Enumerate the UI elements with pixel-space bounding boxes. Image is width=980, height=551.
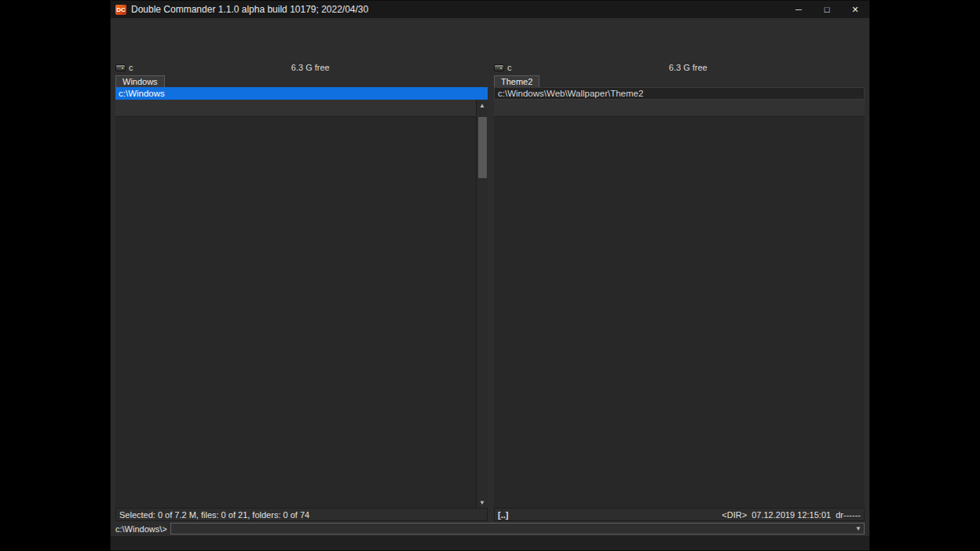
app-icon: DC xyxy=(115,5,126,15)
command-prompt: c:\Windows\> xyxy=(115,524,167,534)
right-column-headers xyxy=(494,100,865,117)
double-commander-window: DC Double Commander 1.1.0 alpha build 10… xyxy=(110,0,870,551)
right-tab-strip: Theme2 xyxy=(494,74,865,87)
file-panels: c 6.3 G free Windows c:\Windows ▲ xyxy=(111,61,869,521)
window-title: Double Commander 1.1.0 alpha build 10179… xyxy=(131,4,784,15)
left-panel-body: ▲ ▼ xyxy=(115,100,488,508)
maximize-button[interactable]: □ xyxy=(813,1,841,18)
left-column-headers xyxy=(115,100,476,117)
command-history-dropdown-icon[interactable]: ▼ xyxy=(853,525,864,532)
scroll-down-icon[interactable]: ▼ xyxy=(477,497,488,508)
right-panel-body xyxy=(494,100,865,508)
right-status-bar: [..] <DIR> 07.12.2019 12:15:01 dr------ xyxy=(494,508,865,521)
thumbnail-area xyxy=(494,117,865,508)
right-free-space: 6.3 G free xyxy=(512,63,865,72)
right-path-bar[interactable]: c:\Windows\Web\Wallpaper\Theme2 xyxy=(494,87,865,100)
left-panel: c 6.3 G free Windows c:\Windows ▲ xyxy=(115,61,488,521)
left-path-bar[interactable]: c:\Windows xyxy=(115,87,488,100)
right-status-info: <DIR> 07.12.2019 12:15:01 dr------ xyxy=(722,510,861,520)
left-panel-header: c 6.3 G free xyxy=(115,61,488,74)
right-panel-header: c 6.3 G free xyxy=(494,61,865,74)
left-tab-strip: Windows xyxy=(115,74,488,87)
command-line-row: c:\Windows\> ▼ xyxy=(111,521,869,536)
close-button[interactable]: ✕ xyxy=(841,1,869,18)
left-status-text: Selected: 0 of 7.2 M, files: 0 of 21, fo… xyxy=(119,510,309,520)
file-list xyxy=(115,117,476,508)
right-status-file: [..] xyxy=(498,510,508,520)
left-status-bar: Selected: 0 of 7.2 M, files: 0 of 21, fo… xyxy=(115,508,488,521)
drive-icon xyxy=(115,64,126,71)
left-list-column xyxy=(115,100,476,508)
title-bar[interactable]: DC Double Commander 1.1.0 alpha build 10… xyxy=(111,1,869,18)
function-key-bar xyxy=(111,536,869,550)
window-controls: ─ □ ✕ xyxy=(784,1,869,18)
left-free-space: 6.3 G free xyxy=(133,63,488,72)
scroll-up-icon[interactable]: ▲ xyxy=(477,100,488,111)
main-toolbar xyxy=(111,31,869,46)
drive-bar-row xyxy=(111,46,869,61)
command-input-box: ▼ xyxy=(170,523,865,535)
right-panel: c 6.3 G free Theme2 c:\Windows\Web\Wallp… xyxy=(494,61,865,521)
scrollbar-thumb[interactable] xyxy=(478,117,487,178)
desktop: DC Double Commander 1.1.0 alpha build 10… xyxy=(0,0,980,551)
left-scrollbar[interactable]: ▲ ▼ xyxy=(476,100,488,508)
minimize-button[interactable]: ─ xyxy=(784,1,813,18)
drive-icon xyxy=(494,64,504,71)
menu-bar xyxy=(111,18,869,31)
command-input[interactable] xyxy=(171,524,853,534)
tab-theme2[interactable]: Theme2 xyxy=(494,75,539,87)
tab-windows[interactable]: Windows xyxy=(115,75,165,87)
